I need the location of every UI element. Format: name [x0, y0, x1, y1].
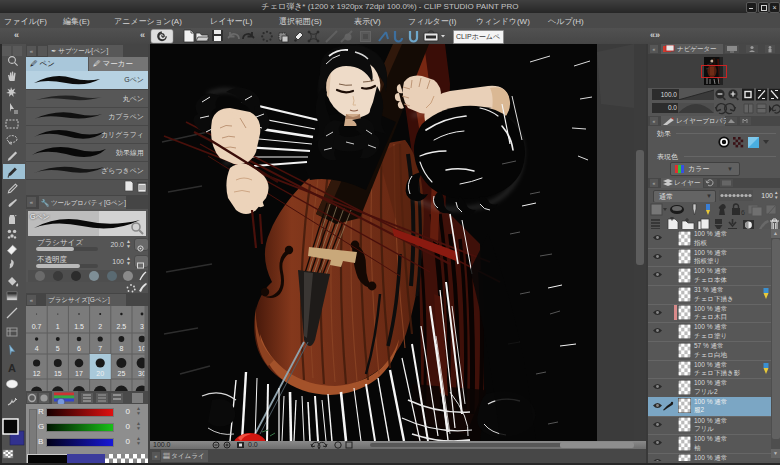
svg-text:5: 5: [56, 345, 60, 352]
svg-text:A: A: [8, 362, 16, 374]
svg-text:7: 7: [98, 345, 102, 352]
svg-text:4: 4: [35, 345, 39, 352]
svg-text:8: 8: [119, 345, 123, 352]
svg-text:20: 20: [96, 370, 104, 377]
svg-text:3: 3: [140, 323, 144, 330]
svg-text:1.5: 1.5: [74, 323, 84, 330]
svg-text:17: 17: [75, 370, 83, 377]
svg-text:12: 12: [33, 370, 41, 377]
svg-text:25: 25: [118, 370, 126, 377]
svg-text:2.5: 2.5: [117, 323, 127, 330]
svg-text:6: 6: [741, 209, 745, 216]
svg-text:2: 2: [98, 323, 102, 330]
svg-text:0.7: 0.7: [32, 323, 42, 330]
svg-text:6: 6: [77, 345, 81, 352]
svg-text:1: 1: [56, 323, 60, 330]
svg-text:15: 15: [54, 370, 62, 377]
